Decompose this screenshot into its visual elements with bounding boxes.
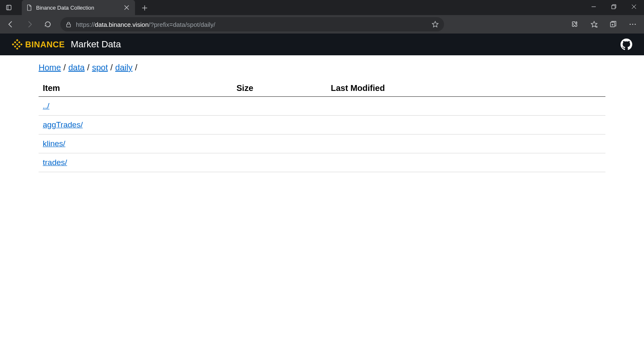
svg-rect-10: [67, 24, 70, 27]
cell-size: [236, 139, 331, 148]
browser-tab[interactable]: Binance Data Collection: [22, 0, 135, 15]
minimize-button[interactable]: [584, 0, 604, 13]
cell-modified: [331, 120, 601, 129]
extensions-button[interactable]: [566, 16, 584, 32]
breadcrumb-separator: /: [135, 63, 138, 72]
lock-icon[interactable]: [65, 21, 72, 28]
breadcrumb-daily[interactable]: daily: [115, 63, 132, 72]
maximize-button[interactable]: [604, 0, 624, 13]
browser-titlebar: Binance Data Collection: [0, 0, 644, 15]
github-link[interactable]: [621, 39, 632, 50]
item-parent-dir[interactable]: ../: [43, 101, 49, 110]
window-controls: [584, 0, 644, 15]
page-header: BINANCE Market Data: [0, 34, 644, 55]
binance-logo: BINANCE: [12, 39, 65, 50]
cell-modified: [331, 139, 601, 148]
favorite-button[interactable]: [431, 21, 439, 28]
file-listing: Item Size Last Modified ../ aggTrades/ k…: [39, 80, 605, 172]
breadcrumb-spot[interactable]: spot: [92, 63, 108, 72]
table-row: trades/: [39, 153, 605, 172]
breadcrumb: Home / data / spot / daily /: [39, 63, 605, 72]
tab-title: Binance Data Collection: [36, 5, 119, 11]
url-text: https://data.binance.vision/?prefix=data…: [76, 21, 215, 28]
item-aggtrades[interactable]: aggTrades/: [43, 120, 83, 129]
brand[interactable]: BINANCE Market Data: [12, 39, 121, 50]
cell-modified: [331, 101, 601, 111]
svg-rect-22: [20, 43, 23, 46]
table-row: aggTrades/: [39, 116, 605, 134]
column-modified: Last Modified: [331, 83, 601, 93]
close-window-button[interactable]: [624, 0, 644, 13]
back-button[interactable]: [3, 16, 19, 32]
svg-rect-20: [16, 47, 18, 50]
close-tab-button[interactable]: [122, 3, 131, 12]
svg-rect-0: [7, 5, 11, 10]
svg-rect-26: [14, 45, 16, 48]
svg-rect-19: [16, 39, 18, 41]
cell-modified: [331, 158, 601, 167]
cell-size: [236, 158, 331, 167]
svg-point-18: [635, 24, 636, 25]
brand-name: BINANCE: [25, 40, 65, 49]
url-path: /?prefix=data/spot/daily/: [148, 21, 215, 28]
svg-point-16: [630, 24, 631, 25]
column-item: Item: [43, 83, 236, 93]
forward-button[interactable]: [21, 16, 38, 32]
address-bar[interactable]: https://data.binance.vision/?prefix=data…: [60, 17, 444, 31]
column-size: Size: [236, 83, 331, 93]
brand-subtitle: Market Data: [71, 39, 121, 50]
svg-rect-27: [18, 45, 21, 48]
listing-header: Item Size Last Modified: [39, 80, 605, 97]
favorites-button[interactable]: [585, 16, 603, 32]
page-content: Home / data / spot / daily / Item Size L…: [0, 55, 644, 180]
new-tab-button[interactable]: [138, 1, 152, 15]
tab-actions-button[interactable]: [0, 0, 18, 15]
svg-point-17: [632, 24, 634, 25]
breadcrumb-data[interactable]: data: [68, 63, 85, 72]
svg-rect-24: [14, 41, 16, 44]
collections-button[interactable]: [605, 16, 622, 32]
table-row: ../: [39, 97, 605, 116]
breadcrumb-separator: /: [110, 63, 113, 72]
svg-rect-23: [16, 43, 18, 46]
browser-toolbar: https://data.binance.vision/?prefix=data…: [0, 15, 644, 34]
svg-rect-25: [18, 41, 21, 44]
item-klines[interactable]: klines/: [43, 139, 65, 148]
breadcrumb-separator: /: [63, 63, 66, 72]
refresh-button[interactable]: [39, 16, 56, 32]
breadcrumb-home[interactable]: Home: [39, 63, 61, 72]
cell-size: [236, 101, 331, 111]
cell-size: [236, 120, 331, 129]
breadcrumb-separator: /: [87, 63, 90, 72]
page-icon: [26, 4, 33, 11]
url-protocol: https: [76, 21, 90, 28]
item-trades[interactable]: trades/: [43, 158, 67, 167]
table-row: klines/: [39, 134, 605, 153]
url-host: data.binance.vision: [95, 21, 148, 28]
menu-button[interactable]: [624, 16, 641, 32]
svg-rect-21: [12, 43, 14, 46]
svg-rect-7: [612, 5, 615, 9]
